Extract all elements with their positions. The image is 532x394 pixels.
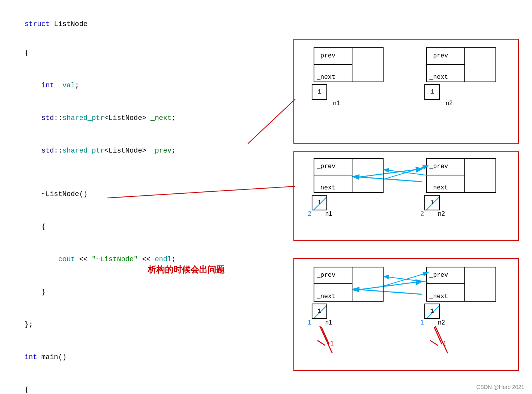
n1-prev-field: _prev <box>314 47 352 65</box>
code-line-13: { <box>8 373 256 394</box>
top-right-diagram: _prev _next 1 n1 _prev _next 1 n2 <box>293 39 519 144</box>
middle-right-diagram: _prev _next 1 2 n1 _prev _next 1 2 n2 <box>293 151 519 241</box>
svg-line-11 <box>384 170 428 175</box>
n1-next-field: _next <box>314 65 352 82</box>
keyword-struct: struct <box>24 20 50 28</box>
keyword-int: int <box>41 82 54 89</box>
code-line-2: { <box>8 36 256 69</box>
code-line-5: std::shared_ptr<ListNode> _prev; <box>8 134 256 167</box>
code-line-8: { <box>8 210 256 243</box>
n2-label-top: n2 <box>446 100 453 107</box>
bottom-right-diagram: _prev _next 1 1 n1 1 _prev _next 1 1 n2 <box>293 258 519 371</box>
code-line-11: }; <box>8 308 256 341</box>
code-line-4: std::shared_ptr<ListNode> _next; <box>8 102 256 134</box>
code-line-3: int _val; <box>8 69 256 102</box>
type-listnode: ListNode <box>54 20 87 28</box>
code-line-1: struct ListNode <box>8 8 256 40</box>
n2-prev-field: _prev <box>426 47 465 65</box>
watermark: CSDN @Hero 2021 <box>476 384 524 390</box>
chinese-label: 析构的时候会出问题 <box>148 264 225 276</box>
code-line-10: } <box>8 276 256 308</box>
svg-line-21 <box>384 276 428 282</box>
code-line-12: int main() <box>8 341 256 373</box>
n2-next-field: _next <box>426 65 465 82</box>
n1-label-top: n1 <box>333 100 340 107</box>
code-line-7: ~ListNode() <box>8 178 256 210</box>
n2-val-top: 1 <box>424 84 440 100</box>
code-area: struct ListNode { int _val; std::shared_… <box>8 4 256 394</box>
n1-val-top: 1 <box>312 84 327 100</box>
code-line-6 <box>8 167 256 178</box>
